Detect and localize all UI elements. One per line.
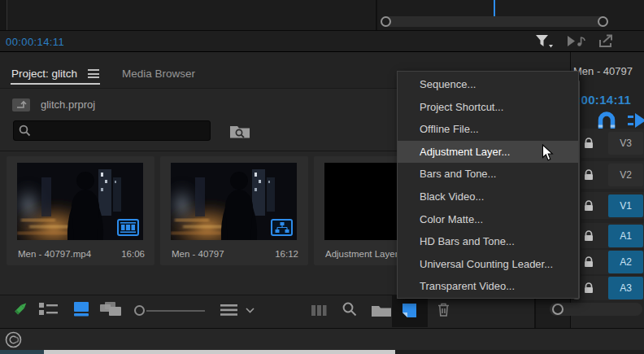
panel-divider — [376, 0, 377, 30]
find-icon[interactable] — [342, 302, 357, 317]
lock-icon[interactable] — [584, 256, 594, 268]
navigate-up-button[interactable] — [12, 98, 30, 111]
track-target-v1[interactable]: V1 — [608, 194, 643, 217]
panel-menu-icon[interactable] — [88, 69, 99, 78]
track-target-a2[interactable]: A2 — [608, 251, 643, 273]
automate-sequence-icon[interactable] — [311, 304, 328, 317]
menu-item-offline-file[interactable]: Offline File... — [398, 118, 578, 141]
active-tab-underline — [11, 83, 100, 85]
menu-item-transparent-video[interactable]: Transparent Video... — [398, 275, 578, 298]
item-name: Men - 40797.mp4 — [18, 249, 91, 259]
delete-icon[interactable] — [437, 302, 450, 317]
find-in-bin-button[interactable] — [229, 123, 251, 139]
track-target-v2[interactable]: V2 — [608, 164, 643, 186]
item-name: Adjustment Layer — [325, 249, 398, 259]
timeline-hscrollbar-handle[interactable] — [552, 304, 564, 315]
track-row-a1: A1 — [581, 223, 644, 248]
tab-media-browser[interactable]: Media Browser — [122, 68, 195, 80]
menu-item-hd-bars-and-tone[interactable]: HD Bars and Tone... — [398, 230, 578, 253]
track-row-v1: V1 — [581, 192, 644, 219]
icon-view-button[interactable] — [73, 302, 89, 317]
writable-pencil-icon — [12, 299, 30, 317]
track-row-a2: A2 — [581, 250, 644, 274]
bottom-strip-accent — [0, 350, 44, 354]
menu-item-sequence[interactable]: Sequence... — [398, 73, 578, 96]
track-target-a3[interactable]: A3 — [608, 277, 643, 299]
timeline-panel: Men - 40797 00:00:14:11 V3 V2 — [570, 52, 644, 328]
lock-icon[interactable] — [584, 138, 594, 149]
timeline-timecode[interactable]: 00:00:14:11 — [570, 93, 631, 107]
movie-clip-badge-icon — [117, 219, 139, 236]
monitor-bottom-strip — [0, 0, 644, 31]
mouse-cursor — [542, 144, 554, 162]
menu-item-project-shortcut[interactable]: Project Shortcut... — [398, 96, 578, 119]
track-target-a1[interactable]: A1 — [608, 225, 643, 247]
new-item-icon[interactable] — [401, 303, 418, 318]
item-duration: 16:06 — [121, 249, 145, 259]
tab-project[interactable]: Project: glitch — [11, 68, 77, 80]
zoom-handle-right[interactable] — [598, 16, 608, 27]
bin-item-sequence[interactable]: Men - 40797 16:12 — [160, 156, 308, 265]
menu-item-color-matte[interactable]: Color Matte... — [398, 208, 578, 231]
playhead-marker[interactable] — [494, 0, 495, 16]
monitor-timecode[interactable]: 00:00:14:11 — [6, 36, 64, 48]
status-bar — [0, 328, 644, 351]
clip-thumbnail — [17, 163, 143, 240]
sequence-thumbnail — [171, 163, 297, 240]
export-frame-icon[interactable] — [598, 34, 614, 48]
bottom-scrollbar[interactable] — [44, 350, 395, 354]
list-view-button[interactable] — [39, 303, 58, 316]
track-row-a3: A3 — [581, 276, 644, 300]
zoom-handle-left[interactable] — [381, 16, 391, 27]
track-row-v2: V2 — [581, 161, 644, 189]
snap-magnet-icon[interactable] — [596, 111, 617, 130]
lock-icon[interactable] — [584, 200, 594, 212]
lock-icon[interactable] — [584, 230, 594, 242]
lock-icon[interactable] — [584, 169, 594, 181]
track-row-v3: V3 — [581, 129, 644, 158]
timeline-hscrollbar[interactable] — [550, 303, 642, 316]
filter-icon[interactable] — [535, 34, 556, 49]
menu-item-bars-and-tone[interactable]: Bars and Tone... — [398, 163, 578, 186]
breadcrumb: glitch.prproj — [41, 98, 95, 111]
menu-item-universal-counting-leader[interactable]: Universal Counting Leader... — [398, 253, 578, 276]
track-target-v3[interactable]: V3 — [608, 132, 643, 155]
timeline-title[interactable]: Men - 40797 — [573, 65, 633, 77]
creative-cloud-icon[interactable] — [5, 331, 22, 348]
premiere-pro-window: 00:00:14:11 Project: glitch Media Browse… — [0, 0, 644, 354]
sequence-badge-icon — [271, 219, 293, 236]
bin-item-clip[interactable]: Men - 40797.mp4 16:06 — [7, 156, 154, 265]
play-audio-icon[interactable] — [567, 35, 586, 47]
thumbnail-zoom-slider-track[interactable] — [146, 310, 205, 312]
panel-edge — [0, 0, 7, 30]
new-bin-icon[interactable] — [372, 304, 391, 317]
monitor-zoom-scrollbar[interactable] — [381, 16, 608, 27]
search-icon — [19, 125, 31, 137]
new-item-menu: Sequence... Project Shortcut... Offline … — [397, 71, 579, 299]
search-input[interactable] — [13, 120, 211, 141]
linked-selection-icon[interactable] — [628, 112, 644, 129]
lock-icon[interactable] — [584, 282, 594, 294]
item-duration: 16:12 — [275, 249, 298, 259]
thumbnail-zoom-slider-handle[interactable] — [134, 305, 145, 316]
chevron-down-icon[interactable] — [246, 308, 255, 313]
freeform-view-button[interactable] — [99, 302, 122, 317]
menu-item-black-video[interactable]: Black Video... — [398, 186, 578, 208]
find-bin-icon — [229, 123, 251, 139]
up-arrow-icon — [12, 98, 30, 111]
sort-icon[interactable] — [220, 304, 237, 316]
item-name: Men - 40797 — [172, 249, 224, 259]
